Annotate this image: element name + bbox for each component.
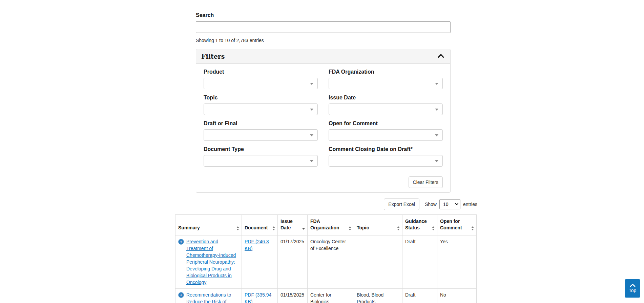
expand-row-icon[interactable] <box>178 292 184 298</box>
pdf-document-link[interactable]: PDF (335.94 KB) <box>245 292 271 303</box>
sort-icon[interactable] <box>272 226 275 230</box>
show-label: Show <box>425 202 437 207</box>
topic-cell: Blood, Blood Products <box>354 289 402 303</box>
draft-or-final-filter-label: Draft or Final <box>204 120 318 127</box>
guidance-status-cell: Draft <box>402 235 437 289</box>
chevron-up-icon[interactable] <box>438 53 444 59</box>
search-and-filters-section: Search Showing 1 to 10 of 2,783 entries … <box>196 12 451 193</box>
document-type-filter-label: Document Type <box>204 146 318 152</box>
export-excel-button[interactable]: Export Excel <box>384 198 419 210</box>
fda-organization-cell: Center for Biologics Evaluation and <box>308 289 354 303</box>
summary-link[interactable]: Prevention and Treatment of Chemotherapy… <box>186 239 236 285</box>
guidance-results-table: Summary Document Issue Date FDA Organiza… <box>175 214 477 303</box>
caret-down-icon <box>435 160 438 162</box>
caret-down-icon <box>310 83 313 85</box>
table-header-row: Summary Document Issue Date FDA Organiza… <box>175 215 477 235</box>
issue-date-filter-dropdown[interactable] <box>329 103 443 115</box>
filters-panel-header[interactable]: Filters <box>196 49 450 64</box>
entries-label: entries <box>463 202 477 207</box>
draft-or-final-filter-dropdown[interactable] <box>204 129 318 141</box>
fda-organization-cell: Oncology Center of Excellence <box>308 235 354 289</box>
issue-date-filter-label: Issue Date <box>329 95 443 101</box>
page-size-select-wrap: 10 <box>439 199 460 209</box>
issue-date-cell: 01/15/2025 <box>278 289 308 303</box>
topic-cell <box>354 235 402 289</box>
column-header-document[interactable]: Document <box>242 215 278 235</box>
filter-field-topic: Topic <box>204 95 318 115</box>
comment-closing-date-filter-label: Comment Closing Date on Draft* <box>329 146 443 152</box>
table-row: Recommendations to Reduce the Risk of Tr… <box>175 289 477 303</box>
filter-field-document-type: Document Type <box>204 146 318 167</box>
results-section: Export Excel Show 10 entries Summar <box>175 198 477 303</box>
filter-field-draft-or-final: Draft or Final <box>204 120 318 141</box>
caret-down-icon <box>435 134 438 136</box>
caret-down-icon <box>310 109 313 111</box>
clear-filters-button[interactable]: Clear Filters <box>409 176 443 188</box>
filters-title: Filters <box>201 52 225 60</box>
sort-icon[interactable] <box>471 226 474 230</box>
product-filter-dropdown[interactable] <box>204 78 318 89</box>
page-size-select[interactable]: 10 <box>439 199 460 209</box>
chevron-up-icon <box>630 284 636 287</box>
filter-field-product: Product <box>204 69 318 89</box>
results-summary: Showing 1 to 10 of 2,783 entries <box>196 38 451 43</box>
product-filter-label: Product <box>204 69 318 75</box>
open-for-comment-cell: Yes <box>437 235 477 289</box>
column-header-topic[interactable]: Topic <box>354 215 402 235</box>
expand-row-icon[interactable] <box>178 239 184 245</box>
caret-down-icon <box>310 134 313 136</box>
table-toolbar: Export Excel Show 10 entries <box>175 198 477 210</box>
open-for-comment-cell: No <box>437 289 477 303</box>
filter-field-fda-organization: FDA Organization <box>329 69 443 89</box>
sort-icon[interactable] <box>432 226 435 230</box>
back-to-top-label: Top <box>629 288 637 293</box>
summary-link[interactable]: Recommendations to Reduce the Risk of Tr… <box>186 292 237 303</box>
column-header-open-for-comment[interactable]: Open for Comment <box>437 215 477 235</box>
back-to-top-button[interactable]: Top <box>625 279 640 298</box>
sort-icon[interactable] <box>397 226 400 230</box>
column-header-guidance-status[interactable]: Guidance Status <box>402 215 437 235</box>
sort-descending-icon[interactable] <box>302 228 305 230</box>
search-label: Search <box>196 12 451 19</box>
caret-down-icon <box>435 109 438 111</box>
topic-filter-dropdown[interactable] <box>204 103 318 115</box>
guidance-status-cell: Draft <box>402 289 437 303</box>
table-row: Prevention and Treatment of Chemotherapy… <box>175 235 477 289</box>
document-type-filter-dropdown[interactable] <box>204 155 318 167</box>
filter-field-open-for-comment: Open for Comment <box>329 120 443 141</box>
filters-panel: Filters Product <box>196 49 451 193</box>
caret-down-icon <box>435 83 438 85</box>
sort-icon[interactable] <box>349 226 352 230</box>
open-for-comment-filter-label: Open for Comment <box>329 120 443 127</box>
search-input[interactable] <box>196 21 451 33</box>
guidance-search-page: Search Showing 1 to 10 of 2,783 entries … <box>0 0 644 303</box>
pdf-document-link[interactable]: PDF (246.3 KB) <box>245 239 269 251</box>
issue-date-cell: 01/17/2025 <box>278 235 308 289</box>
fda-organization-filter-label: FDA Organization <box>329 69 443 75</box>
comment-closing-date-filter-dropdown[interactable] <box>329 155 443 167</box>
caret-down-icon <box>310 160 313 162</box>
filter-field-issue-date: Issue Date <box>329 95 443 115</box>
column-header-issue-date[interactable]: Issue Date <box>278 215 308 235</box>
filter-field-comment-closing-date: Comment Closing Date on Draft* <box>329 146 443 167</box>
column-header-fda-organization[interactable]: FDA Organization <box>308 215 354 235</box>
sort-icon[interactable] <box>236 226 240 230</box>
filters-panel-body: Product FDA Organization <box>196 64 450 192</box>
open-for-comment-filter-dropdown[interactable] <box>329 129 443 141</box>
topic-filter-label: Topic <box>204 95 318 101</box>
fda-organization-filter-dropdown[interactable] <box>329 78 443 89</box>
column-header-summary[interactable]: Summary <box>175 215 242 235</box>
